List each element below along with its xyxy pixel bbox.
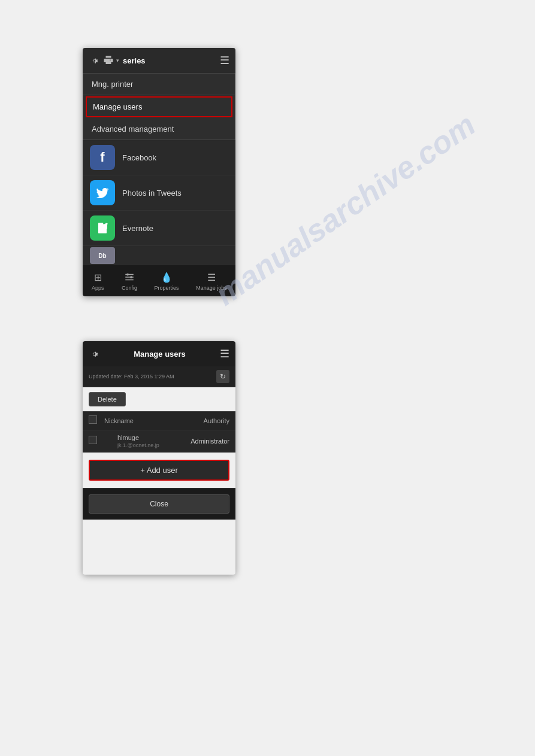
screen1-header: ▾ series ☰ [83,48,235,73]
add-user-container: + Add user [83,453,235,488]
table-row[interactable]: himuge jk.1.@ocnet.ne.jp Administrator [83,430,235,453]
screen2-header: Manage users ☰ [83,341,235,366]
screen2-hamburger-icon[interactable]: ☰ [220,347,229,360]
nickname-main: himuge [117,434,170,441]
svg-point-4 [130,276,132,278]
updated-text: Updated date: Feb 3, 2015 1:29 AM [89,374,174,379]
updated-bar: Updated date: Feb 3, 2015 1:29 AM ↻ [83,366,235,387]
screen1-title: series [123,56,146,65]
screen2-container: Manage users ☰ Updated date: Feb 3, 2015… [83,341,235,575]
apps-icon: ⊞ [91,271,104,284]
nav-manage-jobs-label: Manage jobs [196,285,227,291]
refresh-button[interactable]: ↻ [216,370,229,383]
gear-icon[interactable] [89,55,99,66]
app-item-twitter[interactable]: Photos in Tweets [83,175,235,211]
facebook-label: Facebook [122,153,156,162]
bottom-nav: ⊞ Apps Config 💧 Properties ☰ Manage jobs [83,265,235,296]
dropdown-mng-printer[interactable]: Mng. printer [83,74,235,95]
col-authority-header: Authority [170,417,229,424]
properties-icon: 💧 [160,271,173,284]
nickname-sub: jk.1.@ocnet.ne.jp [117,442,170,448]
row-checkbox-col [89,436,102,447]
nav-properties-label: Properties [155,285,179,291]
printer-icon: ▾ [103,55,119,66]
dropdown-advanced-management[interactable]: Advanced management [83,119,235,139]
close-button[interactable]: Close [89,494,229,514]
nav-config[interactable]: Config [122,271,137,291]
row-authority-cell: Administrator [170,438,229,445]
col-nickname-header: Nickname [102,417,170,424]
facebook-icon: f [90,145,115,170]
watermark: manualsarchive.com [208,107,482,312]
add-user-button[interactable]: + Add user [89,460,229,481]
dropdown-menu: Mng. printer Manage users Advanced manag… [83,73,235,140]
twitter-icon [90,180,115,205]
nav-config-label: Config [122,285,137,291]
app-list: f Facebook Photos in Tweets Evernote Db [83,140,235,265]
row-nickname-cell: himuge jk.1.@ocnet.ne.jp [102,434,170,448]
manage-jobs-icon: ☰ [205,271,218,284]
config-icon [123,271,136,284]
app-item-evernote[interactable]: Evernote [83,211,235,246]
dropdown-manage-users[interactable]: Manage users [86,96,232,117]
delete-button[interactable]: Delete [89,392,126,406]
dropbox-partial-icon: Db [90,247,115,264]
nav-properties[interactable]: 💧 Properties [155,271,179,291]
twitter-label: Photos in Tweets [122,189,182,198]
delete-row: Delete [83,387,235,412]
row-checkbox[interactable] [89,436,97,444]
svg-point-3 [126,274,129,276]
nav-manage-jobs[interactable]: ☰ Manage jobs [196,271,227,291]
app-item-dropbox-partial[interactable]: Db [83,246,235,265]
screen1-container: ▾ series ☰ Mng. printer Manage users Adv… [83,48,235,296]
nav-apps[interactable]: ⊞ Apps [91,271,104,291]
app-item-facebook[interactable]: f Facebook [83,140,235,175]
screen2-title: Manage users [134,350,186,359]
select-all-checkbox[interactable] [89,415,97,424]
select-all-checkbox-col [89,415,102,426]
evernote-icon [90,215,115,241]
header-left-group: ▾ series [89,55,146,66]
svg-rect-2 [125,280,134,281]
screen2-footer: Close [83,488,235,520]
screen2-header-left [89,348,99,359]
table-header: Nickname Authority [83,412,235,430]
screen2-gear-icon[interactable] [89,348,99,359]
nav-apps-label: Apps [92,285,104,291]
hamburger-icon[interactable]: ☰ [220,54,229,67]
evernote-label: Evernote [122,224,153,233]
dropdown-arrow: ▾ [116,57,119,63]
